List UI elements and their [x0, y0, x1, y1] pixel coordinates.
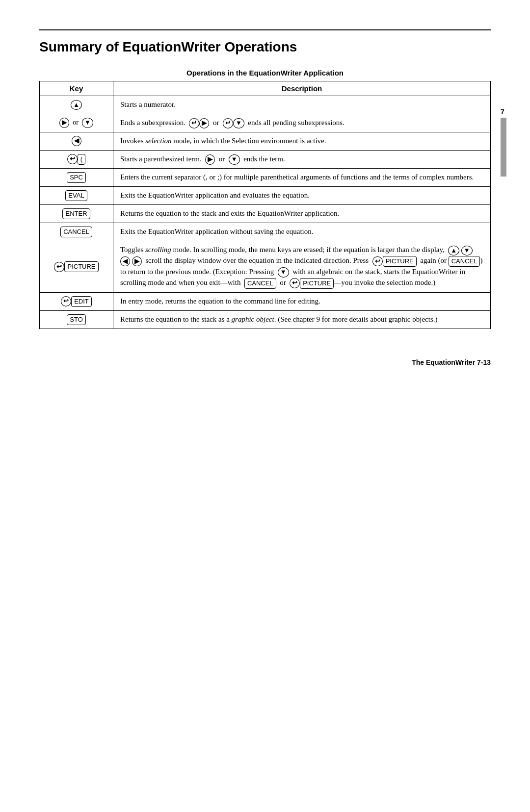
- operations-table: Key Description ▲ Starts a numerator. ▶ …: [39, 81, 491, 329]
- key-return-icon: ↵: [189, 118, 199, 128]
- col-header-description: Description: [113, 81, 491, 96]
- footer-text: The EquationWriter 7-13: [412, 358, 491, 366]
- key-cell: ◀: [40, 132, 113, 150]
- key-cell: ▲: [40, 96, 113, 114]
- desc-cell: Returns the equation to the stack and ex…: [113, 205, 491, 223]
- key-cell: ENTER: [40, 205, 113, 223]
- key-right4-icon: ▶: [132, 256, 142, 267]
- desc-cell: Exits the EquationWriter application wit…: [113, 223, 491, 241]
- table-section-title: Operations in the EquationWriter Applica…: [39, 69, 491, 77]
- table-row: SPC Enters the current separator (, or ;…: [40, 168, 491, 186]
- key-enter: ENTER: [62, 208, 90, 219]
- key-paren-icon: (: [78, 154, 85, 165]
- key-right3-icon: ▶: [205, 154, 215, 165]
- page-title: Summary of EquationWriter Operations: [39, 39, 491, 55]
- key-back5-icon: ↩: [61, 296, 71, 306]
- key-eval: EVAL: [65, 190, 87, 201]
- key-cancel: CANCEL: [60, 227, 92, 237]
- key-edit: EDIT: [71, 296, 92, 307]
- table-row: ▲ Starts a numerator.: [40, 96, 491, 114]
- key-cancel3: CANCEL: [244, 278, 276, 289]
- desc-cell: Toggles scrolling mode. In scrolling mod…: [113, 241, 491, 292]
- desc-cell: In entry mode, returns the equation to t…: [113, 292, 491, 310]
- table-row: STO Returns the equation to the stack as…: [40, 310, 491, 329]
- table-row: ↩PICTURE Toggles scrolling mode. In scro…: [40, 241, 491, 292]
- key-cell: ↩EDIT: [40, 292, 113, 310]
- key-right2-icon: ▶: [199, 118, 209, 128]
- key-up-icon: ▲: [71, 100, 82, 110]
- key-spc: SPC: [67, 172, 86, 183]
- key-back-icon: ↩: [67, 154, 78, 164]
- sidebar-bar: [501, 118, 506, 177]
- key-back4-icon: ↩: [290, 278, 300, 288]
- key-up2-icon: ▲: [448, 246, 459, 256]
- desc-cell: Starts a parenthesized term. ▶ or ▼ ends…: [113, 150, 491, 168]
- key-picture3: PICTURE: [300, 278, 334, 289]
- key-down3-icon: ▼: [229, 154, 240, 165]
- key-cell: ↩(: [40, 150, 113, 168]
- key-cell: EVAL: [40, 186, 113, 204]
- key-down5-icon: ▼: [278, 267, 289, 278]
- table-row: ↩( Starts a parenthesized term. ▶ or ▼ e…: [40, 150, 491, 168]
- table-row: ◀ Invokes selection mode, in which the S…: [40, 132, 491, 150]
- table-row: EVAL Exits the EquationWriter applicatio…: [40, 186, 491, 204]
- key-sto: STO: [67, 314, 86, 325]
- desc-cell: Starts a numerator.: [113, 96, 491, 114]
- key-cell: ↩PICTURE: [40, 241, 113, 292]
- key-return2-icon: ↵: [223, 118, 233, 128]
- key-down2-icon: ▼: [233, 118, 244, 128]
- desc-cell: Returns the equation to the stack as a g…: [113, 310, 491, 329]
- top-rule: [39, 29, 491, 30]
- page: Summary of EquationWriter Operations Ope…: [0, 0, 530, 406]
- table-row: ENTER Returns the equation to the stack …: [40, 205, 491, 223]
- key-cell: CANCEL: [40, 223, 113, 241]
- key-back2-icon: ↩: [54, 262, 64, 272]
- table-row: ▶ or ▼ Ends a subexpression. ↵▶ or ↵▼ en…: [40, 114, 491, 132]
- desc-cell: Exits the EquationWriter application and…: [113, 186, 491, 204]
- desc-cell: Enters the current separator (, or ;) fo…: [113, 168, 491, 186]
- key-picture2: PICTURE: [383, 256, 417, 267]
- key-cancel2: CANCEL: [449, 256, 480, 267]
- key-cell: ▶ or ▼: [40, 114, 113, 132]
- key-cell: SPC: [40, 168, 113, 186]
- key-picture: PICTURE: [64, 261, 98, 272]
- page-number-sidebar: 7: [499, 108, 506, 177]
- footer: The EquationWriter 7-13: [39, 358, 491, 366]
- key-down-icon: ▼: [82, 118, 93, 128]
- key-left2-icon: ◀: [120, 256, 130, 267]
- key-left-icon: ◀: [72, 136, 81, 146]
- desc-cell: Invokes selection mode, in which the Sel…: [113, 132, 491, 150]
- key-back3-icon: ↩: [372, 256, 383, 267]
- table-row: CANCEL Exits the EquationWriter applicat…: [40, 223, 491, 241]
- desc-cell: Ends a subexpression. ↵▶ or ↵▼ ends all …: [113, 114, 491, 132]
- key-right-icon: ▶: [59, 118, 69, 128]
- page-number: 7: [499, 108, 506, 116]
- key-cell: STO: [40, 310, 113, 329]
- key-down4-icon: ▼: [461, 246, 473, 256]
- table-row: ↩EDIT In entry mode, returns the equatio…: [40, 292, 491, 310]
- col-header-key: Key: [40, 81, 113, 96]
